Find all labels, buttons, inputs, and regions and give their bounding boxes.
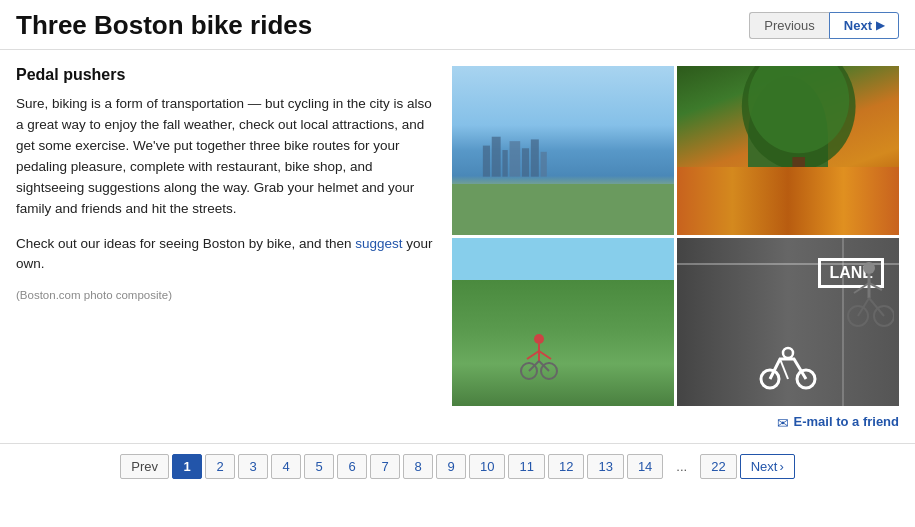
image-grid-wrapper: LANE	[452, 66, 899, 406]
pagination-page-4[interactable]: 4	[271, 454, 301, 479]
pagination-page-2[interactable]: 2	[205, 454, 235, 479]
pagination-page-6[interactable]: 6	[337, 454, 367, 479]
image-river	[452, 66, 674, 235]
svg-rect-6	[541, 152, 547, 177]
svg-line-13	[539, 351, 551, 359]
pagination-page-11[interactable]: 11	[508, 454, 544, 479]
pagination-page-13[interactable]: 13	[587, 454, 623, 479]
pagination-prev-button[interactable]: Prev	[120, 454, 169, 479]
image-park	[452, 238, 674, 407]
next-arrow-icon: ▶	[876, 19, 884, 32]
tree-svg	[721, 66, 876, 208]
svg-rect-2	[503, 150, 508, 177]
email-friend-link[interactable]: ✉ E-mail to a friend	[777, 414, 899, 431]
pagination-page-10[interactable]: 10	[469, 454, 505, 479]
page-header: Three Boston bike rides Previous Next ▶	[0, 0, 915, 50]
image-grid: LANE	[452, 66, 899, 406]
svg-line-12	[527, 351, 539, 359]
pagination-page-14[interactable]: 14	[627, 454, 663, 479]
pagination-page-1[interactable]: 1	[172, 454, 202, 479]
svg-point-21	[783, 348, 793, 358]
svg-line-25	[869, 283, 882, 290]
bottom-pagination: Prev 1 2 3 4 5 6 7 8 9 10 11 12 13 14 ..…	[0, 443, 915, 493]
skyline-svg	[474, 125, 652, 184]
svg-rect-4	[522, 148, 529, 176]
body-paragraph-1: Sure, biking is a form of transportation…	[16, 94, 436, 220]
email-link-text: E-mail to a friend	[794, 414, 899, 431]
pagination-page-12[interactable]: 12	[548, 454, 584, 479]
article-text: Pedal pushers Sure, biking is a form of …	[16, 66, 436, 406]
svg-rect-3	[510, 141, 521, 177]
svg-rect-5	[531, 139, 539, 176]
svg-line-20	[780, 359, 788, 379]
photo-credit: (Boston.com photo composite)	[16, 289, 436, 301]
pagination-ellipsis: ...	[666, 455, 697, 478]
pagination-next-label: Next	[751, 459, 778, 474]
pagination-page-5[interactable]: 5	[304, 454, 334, 479]
suggest-link[interactable]: suggest	[355, 236, 402, 251]
image-bike-lane: LANE	[677, 238, 899, 407]
main-content: Pedal pushers Sure, biking is a form of …	[0, 50, 915, 406]
page-title: Three Boston bike rides	[16, 10, 312, 41]
cyclist-svg	[844, 258, 894, 338]
image-autumn	[677, 66, 899, 235]
pagination-page-22[interactable]: 22	[700, 454, 736, 479]
bike-lane-symbol	[758, 341, 818, 391]
svg-rect-1	[492, 137, 501, 177]
pagination-next-arrow-icon: ›	[779, 459, 783, 474]
svg-line-24	[854, 283, 869, 293]
email-section: ✉ E-mail to a friend	[0, 406, 915, 437]
prev-button[interactable]: Previous	[749, 12, 829, 39]
svg-rect-0	[483, 146, 490, 177]
next-button[interactable]: Next ▶	[829, 12, 899, 39]
next-label: Next	[844, 18, 872, 33]
cyclist-park-svg	[519, 331, 559, 381]
pagination-page-7[interactable]: 7	[370, 454, 400, 479]
body-paragraph-2: Check out our ideas for seeing Boston by…	[16, 234, 436, 276]
email-icon: ✉	[777, 415, 789, 431]
header-nav-buttons: Previous Next ▶	[749, 12, 899, 39]
pagination-page-9[interactable]: 9	[436, 454, 466, 479]
svg-point-10	[534, 334, 544, 344]
body-p2-prefix: Check out our ideas for seeing Boston by…	[16, 236, 355, 251]
svg-point-22	[863, 262, 875, 274]
pagination-page-8[interactable]: 8	[403, 454, 433, 479]
pagination-page-3[interactable]: 3	[238, 454, 268, 479]
section-heading: Pedal pushers	[16, 66, 436, 84]
svg-rect-9	[793, 157, 806, 208]
pagination-next-button[interactable]: Next ›	[740, 454, 795, 479]
